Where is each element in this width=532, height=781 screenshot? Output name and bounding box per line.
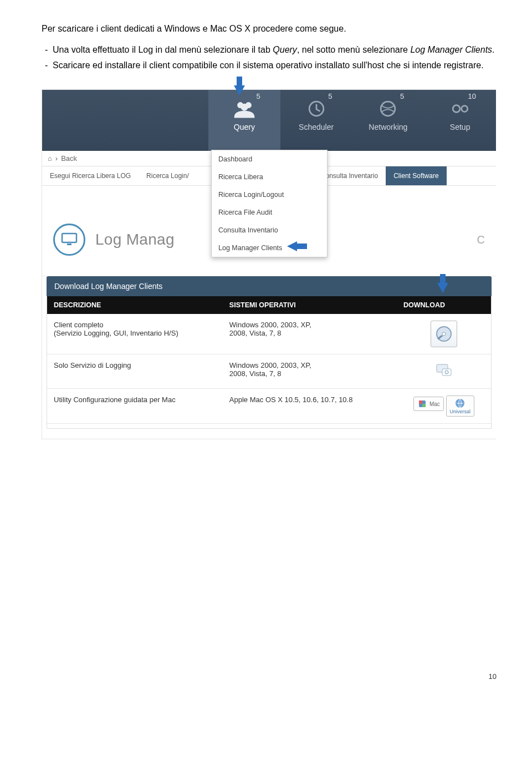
- svg-rect-16: [422, 404, 426, 407]
- table-row: Solo Servizio di Logging Windows 2000, 2…: [47, 354, 491, 389]
- cell-os2: 2008, Vista, 7, 8: [229, 329, 390, 337]
- bullet1-em1: Query: [273, 45, 297, 54]
- nav-label: Setup: [424, 123, 496, 131]
- clock-icon: [280, 99, 352, 120]
- dropdown-item-ricerca-login[interactable]: Ricerca Login/Logout: [212, 186, 327, 204]
- svg-point-6: [462, 106, 468, 112]
- nav-badge: 5: [328, 92, 332, 100]
- bullet2-text: Scaricare ed installare il client compat…: [53, 60, 484, 70]
- svg-point-4: [381, 102, 396, 116]
- universal-label: Universal: [450, 409, 471, 414]
- subtab-ricerca-libera[interactable]: Esegui Ricerca Libera LOG: [42, 166, 139, 185]
- top-nav: 5 Query 5 Scheduler 5 Networking 10: [42, 90, 496, 151]
- download-cd-icon[interactable]: [431, 321, 457, 347]
- bullet1-post: .: [492, 45, 494, 54]
- th-download: DOWNLOAD: [397, 296, 491, 314]
- monitor-icon: [53, 224, 85, 256]
- nav-item-setup[interactable]: 10 Setup: [424, 90, 496, 151]
- dropdown-item-dashboard[interactable]: Dashboard: [212, 150, 327, 168]
- bullet-1: - Una volta effettuato il Log in dal men…: [45, 45, 499, 55]
- cell-desc: Client completo: [54, 321, 216, 329]
- svg-point-2: [241, 104, 248, 111]
- nav-label: Scheduler: [280, 123, 352, 131]
- svg-rect-8: [67, 244, 71, 245]
- bullet1-pre: Una volta effettuato il Log in dal menù …: [53, 45, 273, 54]
- svg-rect-15: [419, 400, 422, 404]
- dash: -: [45, 60, 53, 70]
- subtab-ricerca-login[interactable]: Ricerca Login/: [139, 166, 197, 185]
- chevron-right-icon: ›: [55, 154, 58, 163]
- bullet1-mid: , nel sotto menù selezionare: [297, 45, 411, 54]
- table-row: Client completo (Servizio Logging, GUI, …: [47, 314, 491, 354]
- bullet-2: - Scaricare ed installare il client comp…: [45, 60, 499, 70]
- app-screenshot: 5 Query 5 Scheduler 5 Networking 10: [42, 89, 496, 439]
- dropdown-label: Log Manager Clients: [218, 244, 282, 252]
- nav-item-query[interactable]: 5 Query: [208, 90, 280, 151]
- nav-badge: 10: [468, 92, 476, 100]
- svg-point-10: [442, 332, 446, 336]
- downloads-table: DESCRIZIONE SISTEMI OPERATIVI DOWNLOAD C…: [47, 296, 491, 424]
- dropdown-item-ricerca-file-audit[interactable]: Ricerca File Audit: [212, 204, 327, 221]
- nav-badge: 5: [400, 92, 404, 100]
- gears-icon: [424, 99, 496, 120]
- back-link[interactable]: Back: [61, 154, 77, 163]
- download-universal-icon[interactable]: Universal: [446, 395, 475, 417]
- nav-item-networking[interactable]: 5 Networking: [352, 90, 424, 151]
- cell-os: Windows 2000, 2003, XP,: [229, 361, 390, 369]
- intro-text: Per scaricare i client dedicati a Window…: [42, 22, 499, 35]
- cell-os: Apple Mac OS X 10.5, 10.6, 10.7, 10.8: [229, 395, 390, 404]
- cell-os2: 2008, Vista, 7, 8: [229, 369, 390, 378]
- users-icon: [208, 99, 280, 120]
- download-service-icon[interactable]: [434, 361, 453, 380]
- arrow-down-icon: [234, 85, 245, 95]
- nav-badge: 5: [257, 92, 260, 100]
- arrow-left-icon: [287, 241, 297, 251]
- page-number: 10: [42, 672, 499, 681]
- subtab-client-software[interactable]: Client Software: [386, 166, 446, 185]
- page-title-text: Log Manag: [95, 231, 175, 248]
- nav-label: Query: [208, 123, 280, 131]
- home-icon: ⌂: [48, 154, 52, 163]
- th-sistemi: SISTEMI OPERATIVI: [223, 296, 397, 314]
- panel-header: Download Log Manager Clients: [47, 276, 492, 296]
- panel-body: DESCRIZIONE SISTEMI OPERATIVI DOWNLOAD C…: [47, 296, 492, 429]
- nav-label: Networking: [352, 123, 424, 131]
- dropdown-item-ricerca-libera[interactable]: Ricerca Libera: [212, 168, 327, 186]
- globe-icon: [352, 99, 424, 120]
- cell-desc2: (Servizio Logging, GUI, Inventario H/S): [54, 329, 216, 337]
- query-dropdown: Dashboard Ricerca Libera Ricerca Login/L…: [211, 150, 328, 257]
- nav-item-scheduler[interactable]: 5 Scheduler: [280, 90, 352, 151]
- svg-point-5: [453, 105, 460, 113]
- cell-desc: Solo Servizio di Logging: [54, 361, 216, 369]
- cell-desc: Utility Configurazione guidata per Mac: [54, 395, 216, 404]
- arrow-down-icon: [437, 283, 448, 293]
- svg-rect-12: [442, 369, 451, 376]
- svg-rect-7: [62, 234, 76, 242]
- cell-os: Windows 2000, 2003, XP,: [229, 321, 390, 329]
- th-descrizione: DESCRIZIONE: [47, 296, 223, 314]
- dash: -: [45, 45, 53, 55]
- bullet1-em2: Log Manager Clients: [410, 45, 492, 54]
- dropdown-item-log-manager-clients[interactable]: Log Manager Clients: [212, 239, 327, 257]
- table-row: Utility Configurazione guidata per Mac A…: [47, 389, 491, 424]
- dropdown-item-consulta-inventario[interactable]: Consulta Inventario: [212, 221, 327, 239]
- download-mac-icon[interactable]: Mac: [413, 397, 444, 411]
- page-title-cutoff: C: [477, 234, 485, 246]
- mac-label: Mac: [429, 401, 440, 407]
